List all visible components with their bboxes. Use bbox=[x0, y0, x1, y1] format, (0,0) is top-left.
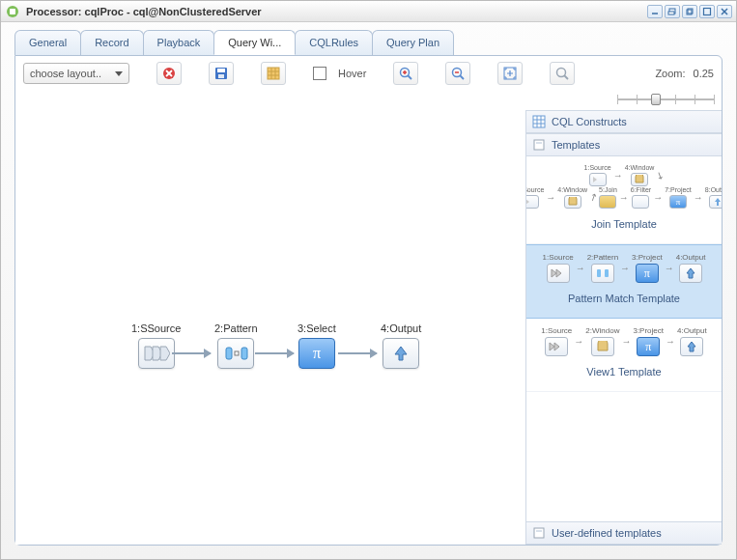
flow-arrow bbox=[255, 352, 294, 354]
svg-rect-32 bbox=[235, 351, 239, 355]
svg-rect-43 bbox=[605, 269, 609, 277]
templates-list: 1:Source → 4:Window ↘ 1:Source → 4:Windo… bbox=[526, 156, 722, 521]
close-button[interactable] bbox=[717, 5, 732, 18]
tab-playback[interactable]: Playback bbox=[143, 30, 215, 55]
svg-rect-31 bbox=[226, 348, 232, 359]
node-label: 2:Pattern bbox=[214, 322, 258, 334]
app-icon bbox=[5, 4, 20, 19]
toolbar: choose layout.. Hover Zoom: 0.25 bbox=[15, 56, 722, 91]
svg-rect-45 bbox=[536, 530, 542, 532]
constructs-header[interactable]: CQL Constructs bbox=[526, 110, 722, 133]
app-window: Processor: cqlProc - cql@NonClusteredSer… bbox=[0, 0, 737, 560]
zoom-out-button[interactable] bbox=[445, 62, 470, 85]
tab-query-plan[interactable]: Query Plan bbox=[372, 30, 454, 55]
template-view1[interactable]: 1:Source → 2:Window → 3:Projectπ → 4:Out… bbox=[526, 319, 722, 392]
fit-button[interactable] bbox=[497, 62, 523, 85]
flow-arrow bbox=[338, 352, 377, 354]
svg-rect-33 bbox=[241, 348, 247, 359]
template-join[interactable]: 1:Source → 4:Window ↘ 1:Source → 4:Windo… bbox=[526, 156, 722, 244]
node-label: 1:SSource bbox=[131, 322, 181, 334]
user-templates-header[interactable]: User-defined templates bbox=[526, 521, 722, 545]
workspace: 1:SSource 2:Pattern 3:Select π 4:Output bbox=[15, 110, 722, 545]
minimize-button[interactable] bbox=[647, 5, 663, 18]
source-icon bbox=[138, 338, 175, 369]
svg-rect-42 bbox=[597, 269, 601, 277]
svg-rect-41 bbox=[536, 142, 542, 144]
restore-button[interactable] bbox=[682, 5, 697, 18]
svg-rect-1 bbox=[10, 9, 15, 14]
node-pattern[interactable]: 2:Pattern bbox=[214, 322, 258, 369]
node-ssource[interactable]: 1:SSource bbox=[131, 322, 181, 369]
svg-rect-4 bbox=[668, 12, 674, 14]
layout-dropdown[interactable]: choose layout.. bbox=[23, 63, 129, 84]
tab-query-wizard[interactable]: Query Wi... bbox=[213, 30, 296, 55]
svg-rect-7 bbox=[704, 8, 711, 14]
template-pattern-match[interactable]: 1:Source → 2:Pattern → 3:Projectπ → 4:Ou… bbox=[526, 244, 722, 319]
pattern-icon bbox=[217, 338, 254, 369]
grid-icon bbox=[532, 115, 546, 128]
svg-rect-15 bbox=[218, 74, 224, 78]
hover-checkbox[interactable] bbox=[313, 67, 326, 80]
node-label: 4:Output bbox=[381, 322, 421, 334]
tab-record[interactable]: Record bbox=[80, 30, 143, 55]
select-icon: π bbox=[298, 338, 335, 369]
window-title: Processor: cqlProc - cql@NonClusteredSer… bbox=[26, 6, 647, 17]
search-button[interactable] bbox=[550, 62, 575, 85]
zoom-value: 0.25 bbox=[694, 68, 714, 79]
tab-content: choose layout.. Hover Zoom: 0.25 bbox=[14, 55, 723, 546]
save-button[interactable] bbox=[209, 62, 234, 85]
svg-rect-14 bbox=[217, 69, 225, 72]
tabbar: General Record Playback Query Wi... CQLR… bbox=[1, 22, 736, 55]
side-panel: CQL Constructs Templates 1:Source → 4:Wi… bbox=[525, 110, 722, 545]
grid-button[interactable] bbox=[261, 62, 286, 85]
svg-rect-35 bbox=[533, 116, 545, 127]
titlebar: Processor: cqlProc - cql@NonClusteredSer… bbox=[1, 1, 736, 22]
svg-rect-44 bbox=[534, 528, 544, 538]
template-icon bbox=[532, 526, 546, 540]
zoom-area: Zoom: 0.25 bbox=[655, 68, 714, 79]
delete-button[interactable] bbox=[156, 62, 182, 85]
flow-arrow bbox=[172, 352, 211, 354]
restore-down-button[interactable] bbox=[665, 5, 680, 18]
template-title: View1 Template bbox=[530, 366, 718, 378]
layout-dropdown-label: choose layout.. bbox=[30, 68, 101, 79]
node-select[interactable]: 3:Select π bbox=[298, 322, 336, 369]
panel-title: CQL Constructs bbox=[552, 116, 627, 127]
node-label: 3:Select bbox=[298, 322, 336, 334]
zoom-in-button[interactable] bbox=[393, 62, 418, 85]
tab-general[interactable]: General bbox=[14, 30, 81, 55]
panel-title: User-defined templates bbox=[552, 527, 662, 539]
node-output[interactable]: 4:Output bbox=[381, 322, 421, 369]
hover-label: Hover bbox=[338, 68, 366, 79]
maximize-button[interactable] bbox=[699, 5, 715, 18]
output-icon bbox=[383, 338, 419, 369]
canvas[interactable]: 1:SSource 2:Pattern 3:Select π 4:Output bbox=[15, 110, 525, 545]
templates-header[interactable]: Templates bbox=[526, 133, 722, 156]
svg-line-26 bbox=[460, 75, 464, 79]
svg-rect-16 bbox=[268, 68, 279, 79]
svg-text:π: π bbox=[313, 345, 321, 361]
chevron-down-icon bbox=[115, 71, 123, 76]
zoom-slider[interactable] bbox=[617, 91, 714, 108]
window-controls bbox=[647, 5, 732, 18]
svg-rect-40 bbox=[534, 140, 544, 150]
tab-cqlrules[interactable]: CQLRules bbox=[295, 30, 373, 55]
svg-line-22 bbox=[408, 75, 411, 79]
svg-line-30 bbox=[564, 75, 568, 79]
template-title: Pattern Match Template bbox=[530, 293, 718, 304]
template-icon bbox=[532, 138, 546, 152]
template-title: Join Template bbox=[530, 218, 718, 230]
zoom-label: Zoom: bbox=[655, 68, 685, 79]
panel-title: Templates bbox=[552, 139, 600, 151]
